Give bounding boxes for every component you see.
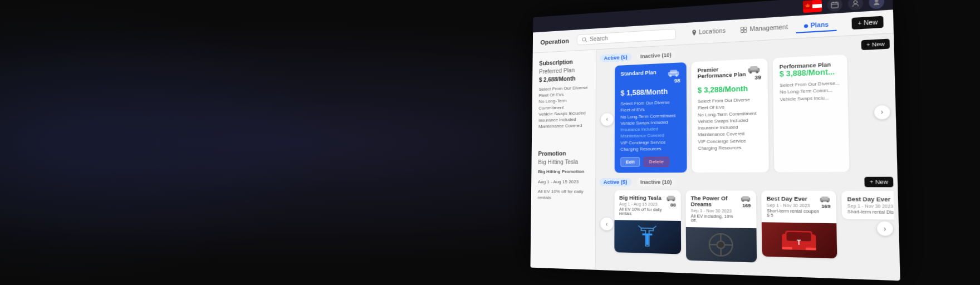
performance-plan-desc: Select From Our Diverse... No Long-Term … [780,80,841,102]
laptop-screen: 🍁 Operation [531,0,900,281]
svg-rect-32 [742,196,749,199]
svg-rect-27 [668,196,674,199]
calendar-icon[interactable] [827,0,842,12]
best-day-count: 169 [821,204,831,209]
standard-plan-desc: Select From Our Diverse Fleet of EVs No … [620,99,680,153]
tab-locations-label: Locations [699,27,726,35]
svg-rect-23 [750,66,758,70]
best-day-desc: Short-term rental coupon $ 5 [767,209,820,218]
big-hitting-image: T [614,220,681,254]
promo-active-badge: Active (5) [599,178,631,186]
standard-plan-price: $ 1,588/Month [620,87,680,97]
car-icon [667,68,680,77]
nav-tabs: Locations Management Plans [684,18,837,40]
best-day-date: Sep 1 - Nov 30 2023 [767,203,820,208]
svg-point-36 [717,240,725,248]
svg-text:T: T [797,239,801,246]
promotion-new-button[interactable]: + New [865,177,894,188]
premier-plan-card[interactable]: Premier Performance Plan 39 [691,58,768,173]
svg-text:T: T [642,229,653,248]
promo-scroll-right[interactable]: › [877,222,893,236]
car-icon-promo1 [666,195,676,202]
big-hitting-title: Big Hitting Tesla [619,195,666,201]
premier-plan-price: $ 3,288/Month [698,84,761,95]
standard-plan-card[interactable]: Standard Plan 98 [615,62,687,173]
avatar[interactable] [869,0,885,9]
edit-button[interactable]: Edit [620,157,640,167]
big-hitting-date2: Aug 1 - Aug 15 2023 [619,202,666,207]
big-hitting-date: Aug 1 - Aug 15 2023 [538,178,589,185]
preferred-plan-price: $ 2,688/Month [539,75,589,83]
new-button[interactable]: + New [852,16,884,30]
subscription-label: Subscription [539,58,589,66]
power-of-dreams-count: 169 [742,203,751,208]
best-day-ever-card-2[interactable]: Best Day Ever Sep 1 - Nov 30 2023 Short-… [841,191,895,220]
svg-rect-17 [744,30,747,32]
preferred-plan-label: Preferred Plan [539,66,589,75]
delete-button[interactable]: Delete [644,156,669,166]
tesla-back-icon: T [778,224,820,256]
best-day-title: Best Day Ever [767,195,820,202]
promotion-label: Promotion [538,150,589,157]
tab-plans[interactable]: Plans [796,18,837,33]
best-day-2-title: Best Day Ever [847,196,895,203]
standard-plan-title: Standard Plan [621,70,656,77]
best-day-2-date: Sep 1 - Nov 30 2023 [847,204,896,209]
performance-plan-card[interactable]: Performance Plan $ 3,888/Mont... Select … [773,55,850,172]
active-badge: Active (5) [600,53,631,62]
power-of-dreams-date: Sep 1 - Nov 30 2023 [691,209,741,214]
svg-rect-48 [782,247,792,249]
car-icon-promo3 [819,196,830,202]
promotion-info: Promotion Big Hitting Tesla Big Hitting … [538,150,589,201]
big-hitting-desc: All EV 10% off for daily rentals [538,188,589,201]
inactive-badge: Inactive (10) [636,51,675,61]
tab-management-label: Management [749,23,788,32]
svg-rect-15 [744,27,747,30]
svg-line-6 [831,4,838,4]
car-icon-promo2 [741,195,751,202]
subscription-cards: Standard Plan 98 [600,52,893,173]
car-icon-2 [747,65,761,73]
tab-management[interactable]: Management [733,21,796,37]
svg-rect-42 [821,196,829,200]
promo-inactive-badge: Inactive (10) [636,178,676,186]
search-box[interactable] [577,28,676,45]
svg-rect-14 [741,27,744,30]
search-icon [582,37,587,43]
best-day-2-desc: Short-term rental Disc... [847,209,895,214]
tesla-logo: T [632,222,662,252]
big-hitting-count: 88 [670,202,676,208]
active-dot [803,24,807,28]
car-interior-icon [702,229,741,261]
standard-plan-count: 98 [674,78,680,84]
search-input[interactable] [590,33,636,42]
standard-plan-actions: Edit Delete [620,156,680,167]
subscription-info: Subscription Preferred Plan $ 2,688/Mont… [538,58,589,130]
best-day-image: T [762,222,837,258]
svg-point-10 [875,0,878,2]
tab-locations[interactable]: Locations [684,24,733,40]
subscription-new-button[interactable]: + New [861,39,890,51]
big-hitting-tesla-card[interactable]: Big Hitting Tesla Aug 1 - Aug 15 2023 Al… [614,190,681,254]
svg-point-9 [854,0,857,3]
best-day-ever-card[interactable]: Best Day Ever Sep 1 - Nov 30 2023 Short-… [761,191,837,259]
premier-plan-count: 39 [754,75,761,81]
main-content: Subscription Preferred Plan $ 2,688/Mont… [531,33,900,281]
promotion-label-row: Active (5) Inactive (10) + New [599,177,893,188]
power-of-dreams-card[interactable]: The Power Of Dreams Sep 1 - Nov 30 2023 … [686,190,757,262]
svg-rect-49 [806,247,816,250]
svg-rect-5 [831,2,838,8]
left-panel: Subscription Preferred Plan $ 2,688/Mont… [531,50,597,269]
power-of-dreams-image [686,227,757,263]
promo-scroll-left[interactable]: ‹ [600,218,613,230]
performance-plan-price: $ 3,888/Mont... [780,67,841,78]
big-hitting-desc2: All EV 10% off for daily rentals [619,207,666,216]
svg-rect-19 [670,70,677,73]
svg-point-11 [582,37,586,41]
big-hitting-promotion-label: Big Hitting Promotion [538,169,589,175]
promotion-scroll-section: Active (5) Inactive (10) + New ‹ [599,177,895,267]
user-icon[interactable] [847,0,863,11]
big-hitting-tesla-label: Big Hitting Tesla [538,159,589,165]
promotion-cards: Big Hitting Tesla Aug 1 - Aug 15 2023 Al… [599,190,895,267]
power-of-dreams-desc: All EV including, 10% off. [691,214,741,223]
